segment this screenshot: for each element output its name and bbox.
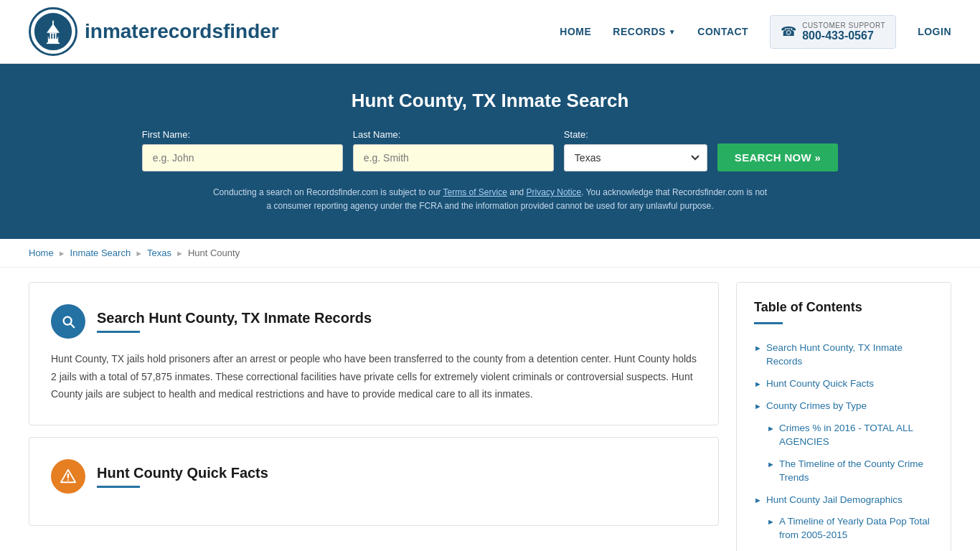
- chevron-right-icon: ►: [767, 517, 775, 527]
- breadcrumb-sep-2: ►: [135, 249, 143, 258]
- logo-area: inmaterecordsfinder: [29, 7, 279, 56]
- section2-header: Hunt County Quick Facts: [51, 459, 697, 494]
- toc-link-5[interactable]: ► The Timeline of the County Crime Trend…: [767, 458, 933, 485]
- section1-text: Hunt County, TX jails hold prisoners aft…: [51, 350, 697, 403]
- nav-records[interactable]: RECORDS ▼: [613, 26, 676, 37]
- alert-section-icon: [51, 459, 85, 494]
- breadcrumb-texas[interactable]: Texas: [147, 248, 171, 258]
- chevron-right-icon: ►: [754, 379, 762, 390]
- toc-link-4[interactable]: ► Crimes % in 2016 - TOTAL ALL AGENCIES: [767, 422, 933, 449]
- toc-list: ► Search Hunt County, TX Inmate Records …: [754, 337, 933, 547]
- state-label: State:: [564, 129, 588, 140]
- main-content: Search Hunt County, TX Inmate Records Hu…: [0, 268, 980, 551]
- main-nav: HOME RECORDS ▼ CONTACT ☎ CUSTOMER SUPPOR…: [560, 15, 951, 49]
- support-text: CUSTOMER SUPPORT 800-433-0567: [802, 22, 885, 42]
- state-select[interactable]: Texas: [564, 144, 707, 171]
- svg-point-11: [67, 479, 69, 481]
- section-quick-facts: Hunt County Quick Facts: [29, 437, 719, 526]
- customer-support-box: ☎ CUSTOMER SUPPORT 800-433-0567: [770, 15, 896, 49]
- toc-item-1: ► Search Hunt County, TX Inmate Records: [754, 337, 933, 373]
- breadcrumb-home[interactable]: Home: [29, 248, 54, 258]
- toc-box: Table of Contents ► Search Hunt County, …: [736, 282, 951, 551]
- toc-item-4: ► Crimes % in 2016 - TOTAL ALL AGENCIES: [754, 418, 933, 453]
- breadcrumb-sep-3: ►: [176, 249, 184, 258]
- logo-text: inmaterecordsfinder: [85, 20, 279, 43]
- svg-rect-4: [52, 21, 54, 25]
- section1-title: Search Hunt County, TX Inmate Records: [97, 310, 372, 326]
- privacy-link[interactable]: Privacy Notice: [527, 187, 582, 197]
- svg-rect-9: [47, 42, 60, 44]
- svg-rect-2: [50, 33, 57, 38]
- logo-icon: [29, 7, 77, 56]
- content-left: Search Hunt County, TX Inmate Records Hu…: [29, 282, 719, 551]
- svg-rect-6: [51, 34, 52, 39]
- toc-link-1[interactable]: ► Search Hunt County, TX Inmate Records: [754, 342, 933, 369]
- section-search-records: Search Hunt County, TX Inmate Records Hu…: [29, 282, 719, 425]
- last-name-label: Last Name:: [353, 129, 400, 140]
- first-name-input[interactable]: [142, 144, 343, 171]
- chevron-right-icon: ►: [754, 495, 762, 506]
- nav-contact[interactable]: CONTACT: [697, 26, 748, 37]
- breadcrumb-inmate-search[interactable]: Inmate Search: [70, 248, 131, 258]
- toc-link-6[interactable]: ► Hunt County Jail Demographics: [754, 494, 933, 507]
- toc-title: Table of Contents: [754, 300, 933, 315]
- hero-banner: Hunt County, TX Inmate Search First Name…: [0, 64, 980, 239]
- nav-login[interactable]: LOGIN: [918, 26, 951, 37]
- section1-underline: [97, 331, 140, 333]
- section1-header: Search Hunt County, TX Inmate Records: [51, 304, 697, 339]
- search-form: First Name: Last Name: State: Texas SEAR…: [29, 129, 951, 171]
- svg-rect-5: [49, 34, 50, 39]
- chevron-right-icon: ►: [767, 459, 775, 470]
- search-icon: [60, 314, 76, 329]
- toc-item-2: ► Hunt County Quick Facts: [754, 373, 933, 395]
- alert-icon: [60, 468, 76, 484]
- last-name-input[interactable]: [353, 144, 554, 171]
- header: inmaterecordsfinder HOME RECORDS ▼ CONTA…: [0, 0, 980, 64]
- breadcrumb: Home ► Inmate Search ► Texas ► Hunt Coun…: [0, 239, 980, 268]
- disclaimer-text: Conducting a search on Recordsfinder.com…: [210, 186, 770, 213]
- toc-item-3: ► County Crimes by Type: [754, 395, 933, 418]
- nav-home[interactable]: HOME: [560, 26, 591, 37]
- svg-rect-8: [57, 34, 58, 39]
- search-button[interactable]: SEARCH NOW »: [717, 143, 838, 171]
- toc-link-3[interactable]: ► County Crimes by Type: [754, 400, 933, 413]
- first-name-label: First Name:: [142, 129, 190, 140]
- breadcrumb-sep-1: ►: [58, 249, 66, 258]
- toc-item-7: ► A Timeline of Yearly Data Pop Total fr…: [754, 511, 933, 547]
- breadcrumb-current: Hunt County: [188, 248, 240, 258]
- phone-icon: ☎: [781, 24, 796, 39]
- toc-link-2[interactable]: ► Hunt County Quick Facts: [754, 377, 933, 391]
- chevron-right-icon: ►: [754, 401, 762, 412]
- section2-underline: [97, 486, 140, 488]
- toc-link-7[interactable]: ► A Timeline of Yearly Data Pop Total fr…: [767, 515, 933, 542]
- chevron-right-icon: ►: [767, 423, 775, 434]
- search-section-icon: [51, 304, 85, 339]
- support-label: CUSTOMER SUPPORT: [802, 22, 885, 29]
- toc-item-5: ► The Timeline of the County Crime Trend…: [754, 453, 933, 489]
- terms-link[interactable]: Terms of Service: [443, 187, 507, 197]
- hero-title: Hunt County, TX Inmate Search: [29, 90, 951, 112]
- toc-divider: [754, 322, 783, 324]
- section2-title: Hunt County Quick Facts: [97, 465, 268, 481]
- state-field-group: State: Texas: [564, 129, 707, 171]
- chevron-down-icon: ▼: [669, 28, 676, 36]
- first-name-field-group: First Name:: [142, 129, 343, 171]
- svg-rect-7: [54, 34, 55, 39]
- support-number: 800-433-0567: [802, 29, 885, 42]
- last-name-field-group: Last Name:: [353, 129, 554, 171]
- table-of-contents: Table of Contents ► Search Hunt County, …: [736, 282, 951, 551]
- chevron-right-icon: ►: [754, 343, 762, 354]
- toc-item-6: ► Hunt County Jail Demographics: [754, 489, 933, 512]
